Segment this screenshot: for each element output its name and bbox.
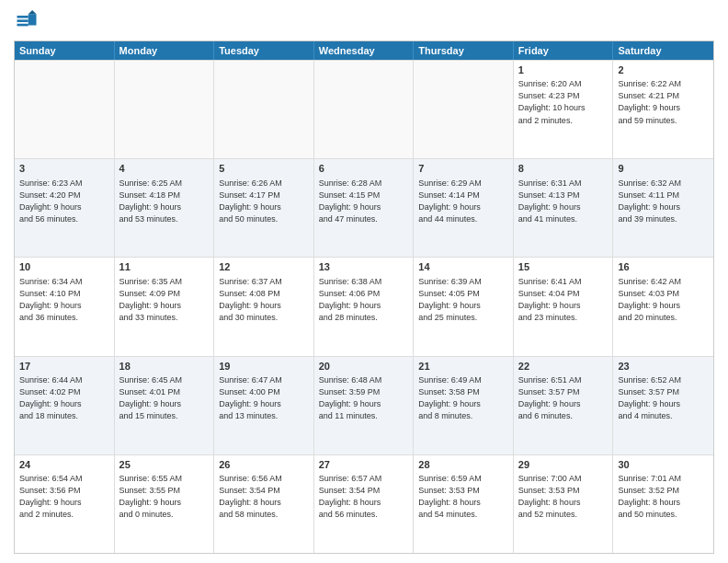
cal-cell: 22Sunrise: 6:51 AM Sunset: 3:57 PM Dayli… [514, 357, 614, 454]
day-number: 30 [618, 458, 709, 472]
day-info: Sunrise: 6:31 AM Sunset: 4:13 PM Dayligh… [518, 178, 609, 225]
cal-cell: 17Sunrise: 6:44 AM Sunset: 4:02 PM Dayli… [15, 357, 115, 454]
day-info: Sunrise: 6:35 AM Sunset: 4:09 PM Dayligh… [119, 276, 210, 324]
day-number: 12 [219, 260, 309, 274]
cal-cell: 15Sunrise: 6:41 AM Sunset: 4:04 PM Dayli… [514, 258, 614, 355]
cal-cell: 12Sunrise: 6:37 AM Sunset: 4:08 PM Dayli… [214, 258, 314, 355]
cal-cell: 7Sunrise: 6:29 AM Sunset: 4:14 PM Daylig… [414, 159, 514, 257]
week-row-4: 24Sunrise: 6:54 AM Sunset: 3:56 PM Dayli… [15, 454, 713, 553]
cal-cell [314, 61, 415, 158]
header [14, 9, 714, 35]
day-number: 5 [219, 162, 309, 176]
week-row-0: 1Sunrise: 6:20 AM Sunset: 4:23 PM Daylig… [15, 60, 713, 158]
day-info: Sunrise: 6:44 AM Sunset: 4:02 PM Dayligh… [19, 374, 109, 422]
day-info: Sunrise: 6:39 AM Sunset: 4:05 PM Dayligh… [418, 276, 508, 324]
cal-cell: 8Sunrise: 6:31 AM Sunset: 4:13 PM Daylig… [514, 159, 614, 257]
day-info: Sunrise: 7:00 AM Sunset: 3:53 PM Dayligh… [518, 473, 609, 521]
cal-cell: 28Sunrise: 6:59 AM Sunset: 3:53 PM Dayli… [414, 455, 514, 553]
cal-cell: 6Sunrise: 6:28 AM Sunset: 4:15 PM Daylig… [314, 159, 415, 257]
cal-cell: 30Sunrise: 7:01 AM Sunset: 3:52 PM Dayli… [613, 455, 713, 553]
day-info: Sunrise: 6:25 AM Sunset: 4:18 PM Dayligh… [119, 178, 210, 225]
cal-cell: 19Sunrise: 6:47 AM Sunset: 4:00 PM Dayli… [214, 357, 314, 454]
header-day-sunday: Sunday [15, 41, 115, 60]
day-info: Sunrise: 7:01 AM Sunset: 3:52 PM Dayligh… [618, 473, 709, 521]
day-number: 23 [618, 360, 709, 373]
logo-icon [14, 9, 40, 35]
day-info: Sunrise: 6:57 AM Sunset: 3:54 PM Dayligh… [319, 473, 409, 521]
day-info: Sunrise: 6:29 AM Sunset: 4:14 PM Dayligh… [418, 178, 508, 225]
day-number: 19 [219, 360, 309, 373]
calendar-body: 1Sunrise: 6:20 AM Sunset: 4:23 PM Daylig… [15, 60, 713, 553]
day-number: 6 [319, 162, 409, 176]
cal-cell: 9Sunrise: 6:32 AM Sunset: 4:11 PM Daylig… [613, 159, 713, 257]
week-row-2: 10Sunrise: 6:34 AM Sunset: 4:10 PM Dayli… [15, 257, 713, 355]
cal-cell [15, 61, 115, 158]
day-number: 29 [518, 458, 609, 472]
svg-rect-5 [17, 24, 28, 27]
cal-cell: 23Sunrise: 6:52 AM Sunset: 3:57 PM Dayli… [613, 357, 713, 454]
day-info: Sunrise: 6:34 AM Sunset: 4:10 PM Dayligh… [19, 276, 109, 324]
day-info: Sunrise: 6:55 AM Sunset: 3:55 PM Dayligh… [119, 473, 210, 521]
day-number: 16 [618, 260, 709, 274]
day-info: Sunrise: 6:22 AM Sunset: 4:21 PM Dayligh… [618, 78, 709, 126]
cal-cell: 18Sunrise: 6:45 AM Sunset: 4:01 PM Dayli… [115, 357, 215, 454]
day-number: 21 [418, 360, 508, 373]
day-info: Sunrise: 6:20 AM Sunset: 4:23 PM Dayligh… [518, 78, 609, 126]
day-info: Sunrise: 6:51 AM Sunset: 3:57 PM Dayligh… [518, 374, 609, 422]
day-info: Sunrise: 6:28 AM Sunset: 4:15 PM Dayligh… [319, 178, 409, 225]
cal-cell: 5Sunrise: 6:26 AM Sunset: 4:17 PM Daylig… [214, 159, 314, 257]
day-info: Sunrise: 6:54 AM Sunset: 3:56 PM Dayligh… [19, 473, 109, 521]
header-day-monday: Monday [115, 41, 215, 60]
cal-cell [414, 61, 514, 158]
day-info: Sunrise: 6:23 AM Sunset: 4:20 PM Dayligh… [19, 178, 109, 225]
cal-cell: 27Sunrise: 6:57 AM Sunset: 3:54 PM Dayli… [314, 455, 415, 553]
day-number: 10 [19, 260, 109, 274]
cal-cell: 29Sunrise: 7:00 AM Sunset: 3:53 PM Dayli… [514, 455, 614, 553]
day-number: 13 [319, 260, 409, 274]
day-number: 18 [119, 360, 210, 373]
day-info: Sunrise: 6:47 AM Sunset: 4:00 PM Dayligh… [219, 374, 309, 422]
day-info: Sunrise: 6:48 AM Sunset: 3:59 PM Dayligh… [319, 374, 409, 422]
day-number: 7 [418, 162, 508, 176]
header-day-friday: Friday [514, 41, 614, 60]
day-number: 9 [618, 162, 709, 176]
week-row-3: 17Sunrise: 6:44 AM Sunset: 4:02 PM Dayli… [15, 356, 713, 454]
cal-cell: 11Sunrise: 6:35 AM Sunset: 4:09 PM Dayli… [115, 258, 215, 355]
day-number: 11 [119, 260, 210, 274]
svg-rect-3 [17, 16, 28, 18]
cal-cell: 24Sunrise: 6:54 AM Sunset: 3:56 PM Dayli… [15, 455, 115, 553]
cal-cell: 26Sunrise: 6:56 AM Sunset: 3:54 PM Dayli… [214, 455, 314, 553]
cal-cell: 2Sunrise: 6:22 AM Sunset: 4:21 PM Daylig… [613, 61, 713, 158]
day-number: 27 [319, 458, 409, 472]
day-number: 22 [518, 360, 609, 373]
day-number: 17 [19, 360, 109, 373]
cal-cell [214, 61, 314, 158]
header-day-thursday: Thursday [414, 41, 514, 60]
day-info: Sunrise: 6:59 AM Sunset: 3:53 PM Dayligh… [418, 473, 508, 521]
svg-rect-4 [17, 19, 28, 22]
cal-cell [115, 61, 215, 158]
day-info: Sunrise: 6:38 AM Sunset: 4:06 PM Dayligh… [319, 276, 409, 324]
calendar-header: SundayMondayTuesdayWednesdayThursdayFrid… [15, 41, 713, 60]
day-number: 4 [119, 162, 210, 176]
day-number: 2 [618, 63, 709, 77]
day-info: Sunrise: 6:42 AM Sunset: 4:03 PM Dayligh… [618, 276, 709, 324]
page: SundayMondayTuesdayWednesdayThursdayFrid… [0, 0, 728, 563]
day-info: Sunrise: 6:49 AM Sunset: 3:58 PM Dayligh… [418, 374, 508, 422]
day-number: 1 [518, 63, 609, 77]
day-info: Sunrise: 6:41 AM Sunset: 4:04 PM Dayligh… [518, 276, 609, 324]
cal-cell: 25Sunrise: 6:55 AM Sunset: 3:55 PM Dayli… [115, 455, 215, 553]
cal-cell: 20Sunrise: 6:48 AM Sunset: 3:59 PM Dayli… [314, 357, 415, 454]
day-info: Sunrise: 6:37 AM Sunset: 4:08 PM Dayligh… [219, 276, 309, 324]
cal-cell: 16Sunrise: 6:42 AM Sunset: 4:03 PM Dayli… [613, 258, 713, 355]
header-day-saturday: Saturday [613, 41, 713, 60]
logo [14, 9, 43, 35]
day-info: Sunrise: 6:26 AM Sunset: 4:17 PM Dayligh… [219, 178, 309, 225]
cal-cell: 21Sunrise: 6:49 AM Sunset: 3:58 PM Dayli… [414, 357, 514, 454]
day-number: 26 [219, 458, 309, 472]
cal-cell: 14Sunrise: 6:39 AM Sunset: 4:05 PM Dayli… [414, 258, 514, 355]
week-row-1: 3Sunrise: 6:23 AM Sunset: 4:20 PM Daylig… [15, 158, 713, 257]
cal-cell: 4Sunrise: 6:25 AM Sunset: 4:18 PM Daylig… [115, 159, 215, 257]
day-number: 14 [418, 260, 508, 274]
day-info: Sunrise: 6:45 AM Sunset: 4:01 PM Dayligh… [119, 374, 210, 422]
